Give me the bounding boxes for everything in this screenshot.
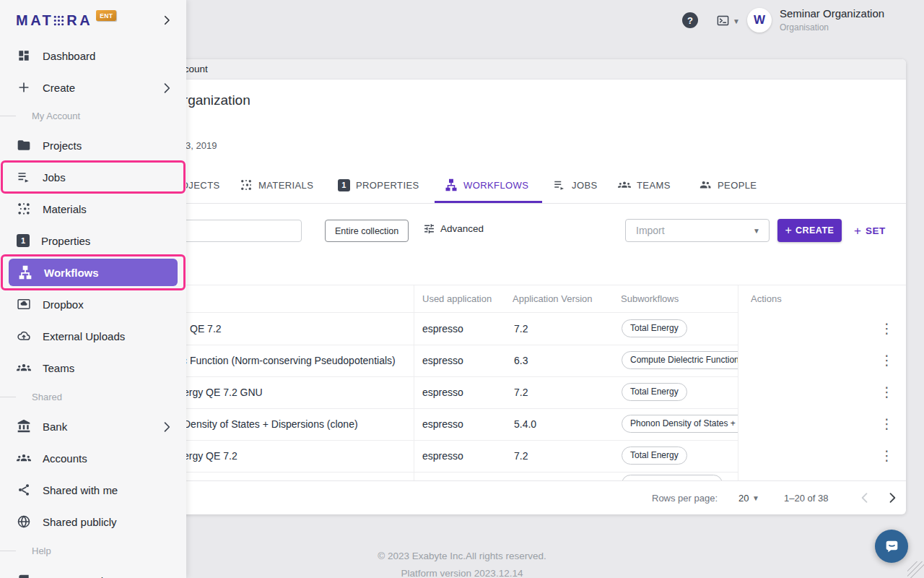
row-actions-button[interactable]: ⋮ — [880, 449, 894, 462]
tab-label: MATERIALS — [258, 180, 313, 191]
subworkflow-cell: Compute Dielectric Function — [622, 351, 738, 369]
sidebar-item-shared-with-me[interactable]: Shared with me — [0, 474, 186, 506]
application-version: 7.2 — [514, 387, 528, 398]
sidebar-item-accounts[interactable]: Accounts — [0, 442, 186, 474]
sidebar-item-label: External Uploads — [43, 330, 125, 342]
sidebar-item-jobs[interactable]: Jobs — [0, 161, 186, 193]
rows-per-page-value[interactable]: 20 — [738, 493, 749, 504]
sidebar-item-shared-publicly[interactable]: Shared publicly — [0, 506, 186, 538]
sidebar-collapse-chevron-icon[interactable] — [160, 14, 173, 27]
tab-properties[interactable]: 1 PROPERTIES — [338, 173, 419, 197]
subworkflow-chip: Total Energy — [622, 383, 687, 401]
sidebar-item-external-uploads[interactable]: External Uploads — [0, 320, 186, 352]
tab-workflows[interactable]: WORKFLOWS — [445, 173, 528, 197]
entire-collection-button[interactable]: Entire collection — [325, 220, 409, 242]
pagination-range: 1–20 of 38 — [784, 493, 828, 504]
column-header-actions: Actions — [751, 293, 782, 304]
sidebar-item-label: Workflows — [44, 267, 99, 279]
globe-icon — [17, 514, 31, 529]
subworkflow-chip: Compute Dielectric Function — [622, 351, 738, 369]
row-actions-button[interactable]: ⋮ — [880, 354, 894, 367]
org-subtitle: Organisation — [780, 22, 829, 33]
tab-jobs[interactable]: JOBS — [553, 173, 598, 197]
tab-teams[interactable]: TEAMS — [618, 173, 671, 197]
prev-page-button[interactable] — [858, 491, 872, 505]
row-actions-button[interactable]: ⋮ — [880, 386, 894, 399]
chevron-right-icon — [160, 420, 172, 432]
tab-label: WORKFLOWS — [463, 180, 528, 191]
sidebar-item-label: Materials — [43, 203, 87, 215]
chevron-right-icon — [160, 81, 172, 93]
subworkflow-chip: Total Energy — [622, 319, 687, 337]
tab-label: TEAMS — [637, 180, 671, 191]
application-version: 7.2 — [514, 450, 528, 462]
actions-column-divider — [738, 285, 738, 480]
workflow-name: ergy QE 7.2 GNU — [183, 387, 263, 398]
sidebar-item-label: Create — [43, 82, 75, 94]
row-actions-button[interactable]: ⋮ — [880, 418, 894, 431]
chat-launcher[interactable] — [875, 530, 908, 563]
sidebar-item-label: Properties — [41, 235, 90, 247]
rows-per-page-caret-icon[interactable]: ▼ — [752, 494, 759, 502]
import-placeholder: Import — [636, 225, 753, 236]
sidebar-item-materials[interactable]: Materials — [0, 193, 186, 225]
name-column-divider — [414, 285, 414, 480]
subworkflow-chip: Phonon Density of States + Dispersions — [622, 415, 738, 433]
sidebar-item-bank[interactable]: Bank — [0, 410, 186, 442]
plus-icon: + — [854, 225, 861, 237]
caret-down-icon: ▼ — [753, 227, 760, 235]
materials-dots-icon — [17, 202, 31, 216]
sidebar-item-label: Teams — [43, 362, 74, 374]
plus-icon: + — [785, 225, 792, 236]
tab-label: PEOPLE — [718, 180, 757, 191]
sidebar-item-dashboard[interactable]: Dashboard — [0, 40, 186, 72]
workflow-name: ergy QE 7.2 — [183, 450, 237, 462]
sidebar-item-documentation[interactable]: Documentation — [0, 565, 186, 578]
application-version: 7.2 — [514, 323, 528, 335]
avatar[interactable]: W — [747, 8, 772, 33]
sidebar-item-teams[interactable]: Teams — [0, 352, 186, 384]
import-select[interactable]: Import ▼ — [625, 219, 770, 242]
tab-materials[interactable]: MATERIALS — [240, 173, 313, 197]
create-button[interactable]: + CREATE — [777, 219, 842, 242]
book-icon — [17, 574, 31, 578]
avatar-initial: W — [754, 13, 765, 27]
folder-icon — [17, 138, 31, 152]
window-resize-grip[interactable] — [907, 561, 924, 578]
sidebar-item-label: Documentation — [43, 575, 116, 578]
column-header-subworkflows: Subworkflows — [621, 293, 679, 304]
column-header-application-version: Application Version — [513, 293, 593, 304]
used-application: espresso — [422, 418, 463, 430]
sidebar-item-label: Dashboard — [43, 50, 95, 62]
section-divider — [0, 551, 16, 551]
tab-people[interactable]: PEOPLE — [699, 173, 757, 197]
set-label: SET — [866, 225, 886, 236]
cloud-upload-icon — [17, 329, 31, 343]
caret-down-icon: ▼ — [733, 17, 740, 25]
subworkflow-chip: Total Energy — [622, 447, 687, 465]
groups-icon — [618, 178, 631, 191]
sidebar-item-label: Shared publicly — [43, 516, 117, 528]
sidebar-item-projects[interactable]: Projects — [0, 129, 186, 161]
jobs-list-icon — [553, 178, 566, 191]
properties-count-badge-icon: 1 — [338, 179, 350, 191]
sidebar-item-label: Projects — [43, 139, 82, 152]
advanced-filter-button[interactable]: Advanced — [423, 223, 484, 235]
sidebar-item-create[interactable]: Create — [0, 72, 186, 103]
workflow-hierarchy-icon — [445, 178, 458, 191]
sidebar-item-workflows[interactable]: Workflows — [9, 259, 178, 286]
help-button[interactable]: ? — [682, 12, 698, 28]
next-page-button[interactable] — [885, 491, 899, 505]
groups-icon — [17, 451, 31, 465]
sidebar-item-label: Shared with me — [43, 484, 118, 496]
console-menu-button[interactable]: ▼ — [715, 14, 740, 27]
sidebar-item-dropbox[interactable]: Dropbox — [0, 288, 186, 320]
used-application: espresso — [422, 323, 463, 335]
dashboard-icon — [17, 48, 31, 63]
set-button[interactable]: + SET — [854, 219, 886, 242]
row-actions-button[interactable]: ⋮ — [880, 322, 894, 335]
sidebar-item-label: Jobs — [43, 171, 66, 184]
sidebar-section-help: Help — [0, 545, 186, 556]
sidebar-item-properties[interactable]: 1 Properties — [0, 225, 186, 256]
mat3ra-logo[interactable]: MAT RA ENT — [16, 12, 116, 29]
